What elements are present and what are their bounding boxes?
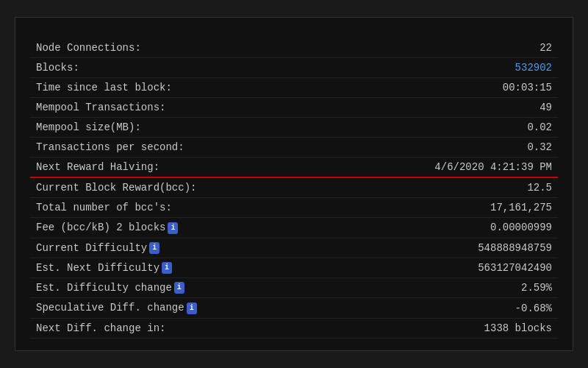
value-speculative-diff-change: -0.68%	[332, 298, 558, 318]
table-row: Mempool size(MB):0.02	[30, 118, 558, 138]
value-total-number-bccs: 17,161,275	[332, 198, 558, 218]
label-blocks: Blocks:	[30, 58, 332, 78]
label-speculative-diff-change: Speculative Diff. changei	[30, 298, 332, 318]
value-node-connections: 22	[332, 38, 558, 58]
value-current-block-reward: 12.5	[332, 177, 558, 198]
info-badge-est-next-difficulty[interactable]: i	[162, 262, 172, 274]
link-blocks[interactable]: 532902	[515, 62, 552, 74]
info-badge-current-difficulty[interactable]: i	[149, 242, 159, 254]
info-badge-est-difficulty-change[interactable]: i	[174, 282, 184, 294]
table-row: Speculative Diff. changei-0.68%	[30, 298, 558, 318]
table-row: Transactions per second:0.32	[30, 138, 558, 158]
value-fee-bcc-kb: 0.00000999	[332, 218, 558, 238]
label-mempool-size: Mempool size(MB):	[30, 118, 332, 138]
table-row: Fee (bcc/kB) 2 blocksi0.00000999	[30, 218, 558, 238]
value-mempool-size: 0.02	[332, 118, 558, 138]
label-est-difficulty-change: Est. Difficulty changei	[30, 278, 332, 298]
table-row: Est. Next Difficultyi563127042490	[30, 258, 558, 277]
value-next-reward-halving: 4/6/2020 4:21:39 PM	[332, 158, 558, 178]
info-badge-speculative-diff-change[interactable]: i	[187, 302, 197, 314]
label-mempool-transactions: Mempool Transactions:	[30, 98, 332, 118]
value-est-difficulty-change: 2.59%	[332, 278, 558, 298]
table-row: Time since last block:00:03:15	[30, 78, 558, 98]
label-node-connections: Node Connections:	[30, 38, 332, 58]
info-badge-fee-bcc-kb[interactable]: i	[168, 222, 178, 234]
table-row: Mempool Transactions:49	[30, 98, 558, 118]
table-row: Est. Difficulty changei2.59%	[30, 278, 558, 298]
value-current-difficulty: 548888948759	[332, 238, 558, 258]
label-transactions-per-second: Transactions per second:	[30, 138, 332, 158]
value-time-since-last-block: 00:03:15	[332, 78, 558, 98]
value-blocks[interactable]: 532902	[332, 58, 558, 78]
table-row: Node Connections:22	[30, 38, 558, 58]
label-est-next-difficulty: Est. Next Difficultyi	[30, 258, 332, 277]
table-row: Next Diff. change in:1338 blocks	[30, 318, 558, 338]
value-est-next-difficulty: 563127042490	[332, 258, 558, 277]
value-next-diff-change-in: 1338 blocks	[332, 318, 558, 338]
value-transactions-per-second: 0.32	[332, 138, 558, 158]
label-current-block-reward: Current Block Reward(bcc):	[30, 177, 332, 198]
current-values-panel: Node Connections:22Blocks:532902Time sin…	[15, 17, 573, 350]
value-mempool-transactions: 49	[332, 98, 558, 118]
table-row: Current Difficultyi548888948759	[30, 238, 558, 258]
table-row: Total number of bcc's:17,161,275	[30, 198, 558, 218]
label-next-reward-halving: Next Reward Halving:	[30, 158, 332, 178]
table-row: Next Reward Halving:4/6/2020 4:21:39 PM	[30, 158, 558, 178]
label-time-since-last-block: Time since last block:	[30, 78, 332, 98]
data-table: Node Connections:22Blocks:532902Time sin…	[30, 38, 558, 338]
label-fee-bcc-kb: Fee (bcc/kB) 2 blocksi	[30, 218, 332, 238]
label-next-diff-change-in: Next Diff. change in:	[30, 318, 332, 338]
label-total-number-bccs: Total number of bcc's:	[30, 198, 332, 218]
table-row: Current Block Reward(bcc):12.5	[30, 177, 558, 198]
label-current-difficulty: Current Difficultyi	[30, 238, 332, 258]
table-row: Blocks:532902	[30, 58, 558, 78]
